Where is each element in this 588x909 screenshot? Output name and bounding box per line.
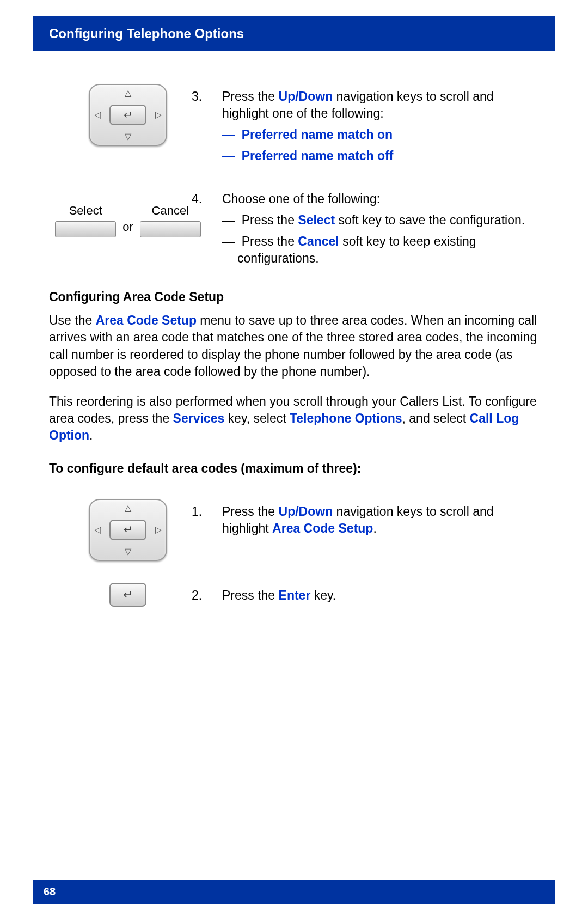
s1b-updown: Up/Down <box>279 504 333 518</box>
step-4-row: Select or Cancel 4.Choose one of the fol… <box>49 186 539 267</box>
step3-option-2: — Preferred name match off <box>207 148 539 164</box>
step3-opt2-label: Preferred name match off <box>242 149 394 163</box>
step4-sub1: — Press the Select soft key to save the … <box>207 212 539 229</box>
enter-key-illustration-col: ↵ <box>49 583 207 607</box>
step-3-number: 3. <box>207 88 222 105</box>
softkey-illustration-col: Select or Cancel <box>49 186 207 237</box>
cancel-label: Cancel <box>152 203 189 219</box>
or-label: or <box>120 219 136 237</box>
p2-mid1: key, select <box>224 411 290 425</box>
s4s2-pre: Press the <box>242 234 298 248</box>
p2-mid2: , and select <box>402 411 470 425</box>
nav-pad-icon: △ ▽ ◁ ▷ ↵ <box>89 84 167 146</box>
page-number: 68 <box>44 886 56 898</box>
step3-pre: Press the <box>222 89 279 103</box>
s4s1-key: Select <box>298 213 335 227</box>
step-2b-text: 2.Press the Enter key. <box>207 583 539 604</box>
dash: — <box>222 234 235 248</box>
step-2b-row: ↵ 2.Press the Enter key. <box>49 583 539 607</box>
dash: — <box>222 127 235 142</box>
select-button-icon <box>55 221 116 237</box>
subsection-heading: To configure default area codes (maximum… <box>49 460 539 477</box>
s2b-pre: Press the <box>222 588 279 602</box>
softkey-group: Select or Cancel <box>55 203 201 237</box>
step3-option-1: — Preferred name match on <box>207 126 539 143</box>
page-title: Configuring Telephone Options <box>49 26 244 41</box>
arrow-up-icon: △ <box>125 502 131 514</box>
enter-button-icon: ↵ <box>109 520 146 540</box>
s1b-pre: Press the <box>222 504 279 518</box>
enter-key-icon: ↵ <box>109 583 146 607</box>
arrow-up-icon: △ <box>125 87 131 99</box>
cancel-button-icon <box>140 221 201 237</box>
p2-post: . <box>89 428 93 442</box>
nav-pad-illustration-col: △ ▽ ◁ ▷ ↵ <box>49 84 207 146</box>
s4s2-key: Cancel <box>298 234 339 248</box>
step3-updown: Up/Down <box>279 89 333 103</box>
step-2b-number: 2. <box>207 587 222 604</box>
step-1b-text: 1.Press the Up/Down navigation keys to s… <box>207 499 539 537</box>
step-3-row: △ ▽ ◁ ▷ ↵ 3.Press the Up/Down navigation… <box>49 84 539 164</box>
s2b-post: key. <box>310 588 336 602</box>
s4s1-pre: Press the <box>242 213 298 227</box>
step-1b-number: 1. <box>207 503 222 520</box>
s4s1-post: soft key to save the configuration. <box>335 213 525 227</box>
cancel-softkey: Cancel <box>140 203 201 237</box>
dash: — <box>222 149 235 163</box>
p1-key: Area Code Setup <box>96 313 197 327</box>
nav-pad-illustration-col-2: △ ▽ ◁ ▷ ↵ <box>49 499 207 561</box>
step-1b-row: △ ▽ ◁ ▷ ↵ 1.Press the Up/Down navigation… <box>49 499 539 561</box>
arrow-left-icon: ◁ <box>94 109 101 121</box>
step-3-text: 3.Press the Up/Down navigation keys to s… <box>207 84 539 164</box>
content: △ ▽ ◁ ▷ ↵ 3.Press the Up/Down navigation… <box>0 51 588 607</box>
step-4-number: 4. <box>207 191 222 208</box>
s1b-key: Area Code Setup <box>272 521 373 535</box>
select-label: Select <box>69 203 102 219</box>
step-4-text: 4.Choose one of the following: — Press t… <box>207 186 539 267</box>
p2-k2: Telephone Options <box>290 411 402 425</box>
section-para-2: This reordering is also performed when y… <box>49 393 539 444</box>
s2b-key: Enter <box>279 588 311 602</box>
page-header: Configuring Telephone Options <box>33 16 555 51</box>
section-heading: Configuring Area Code Setup <box>49 289 539 306</box>
step4-intro: Choose one of the following: <box>222 192 380 206</box>
dash: — <box>222 213 235 227</box>
nav-pad-icon: △ ▽ ◁ ▷ ↵ <box>89 499 167 561</box>
step3-opt1-label: Preferred name match on <box>242 127 393 142</box>
s1b-post: . <box>373 521 376 535</box>
arrow-down-icon: ▽ <box>125 546 131 558</box>
enter-button-icon: ↵ <box>109 105 146 125</box>
arrow-right-icon: ▷ <box>155 109 162 121</box>
p1-pre: Use the <box>49 313 96 327</box>
step4-sub2: — Press the Cancel soft key to keep exis… <box>207 233 539 267</box>
arrow-down-icon: ▽ <box>125 131 131 143</box>
page: Configuring Telephone Options △ ▽ ◁ ▷ ↵ … <box>0 16 588 909</box>
section-para-1: Use the Area Code Setup menu to save up … <box>49 312 539 380</box>
select-softkey: Select <box>55 203 116 237</box>
page-footer: 68 <box>33 880 555 904</box>
arrow-right-icon: ▷ <box>155 524 162 536</box>
arrow-left-icon: ◁ <box>94 524 101 536</box>
p2-k1: Services <box>173 411 225 425</box>
